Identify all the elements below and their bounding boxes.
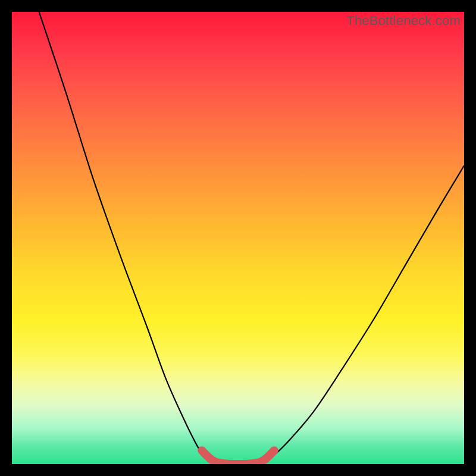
- left-curve: [39, 12, 215, 464]
- right-curve: [261, 165, 464, 464]
- optimal-zone: [202, 450, 274, 464]
- plot-area: TheBottleneck.com: [12, 12, 464, 464]
- chart-frame: TheBottleneck.com: [0, 0, 476, 476]
- chart-svg: [12, 12, 464, 464]
